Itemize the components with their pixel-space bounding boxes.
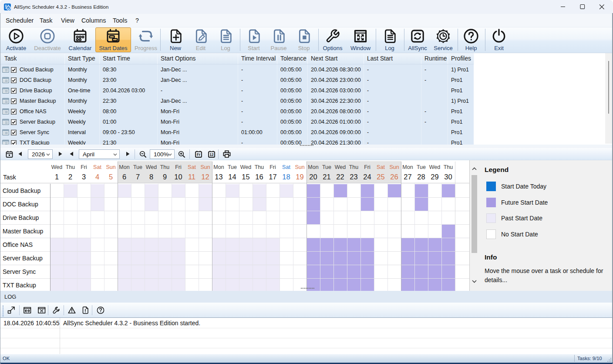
svg-text:Wed: Wed: [335, 164, 346, 170]
svg-text:Fri: Fri: [81, 164, 87, 170]
svg-text:Thu: Thu: [444, 164, 453, 170]
svg-text:Sun: Sun: [389, 164, 399, 170]
svg-text:6: 6: [122, 173, 126, 181]
svg-text:Tue: Tue: [228, 164, 237, 170]
svg-text:7: 7: [136, 173, 140, 181]
svg-text:Master Backup: Master Backup: [3, 228, 44, 235]
svg-text:29: 29: [431, 173, 438, 181]
svg-text:13: 13: [215, 173, 222, 181]
svg-text:Thu: Thu: [255, 164, 264, 170]
svg-text:Thu: Thu: [349, 164, 359, 170]
svg-text:12: 12: [209, 152, 214, 157]
svg-text:12: 12: [201, 173, 209, 181]
svg-text:15: 15: [242, 173, 249, 181]
svg-text:Office NAS: Office NAS: [3, 241, 33, 248]
svg-text:14: 14: [228, 173, 236, 181]
svg-text:Mon: Mon: [213, 164, 224, 170]
svg-text:Drive Backup: Drive Backup: [3, 214, 39, 221]
svg-text:Task: Task: [3, 174, 17, 181]
svg-text:Mon: Mon: [119, 164, 129, 170]
svg-text:5: 5: [109, 173, 113, 181]
svg-text:Wed: Wed: [429, 164, 441, 170]
svg-text:Tue: Tue: [417, 164, 426, 170]
svg-text:4: 4: [95, 173, 99, 181]
svg-text:Mon: Mon: [402, 164, 413, 170]
svg-text:Thu: Thu: [160, 164, 170, 170]
svg-text:Sat: Sat: [188, 164, 196, 170]
svg-text:Sun: Sun: [106, 164, 115, 170]
svg-text:18: 18: [282, 173, 290, 181]
svg-text:30: 30: [444, 173, 452, 181]
svg-text:Fri: Fri: [269, 164, 276, 170]
svg-text:21: 21: [323, 173, 330, 181]
svg-text:28: 28: [417, 173, 425, 181]
svg-text:Sun: Sun: [200, 164, 210, 170]
svg-text:Server Sync: Server Sync: [3, 268, 36, 275]
svg-text:Fri: Fri: [175, 164, 182, 170]
svg-text:Wed: Wed: [240, 164, 252, 170]
svg-text:10: 10: [174, 173, 182, 181]
svg-text:Wed: Wed: [51, 164, 63, 170]
svg-text:Sun: Sun: [295, 164, 304, 170]
svg-text:3: 3: [82, 173, 86, 181]
svg-text:24: 24: [363, 173, 371, 181]
svg-text:27: 27: [404, 173, 411, 181]
svg-text:25: 25: [377, 173, 384, 181]
svg-text:11: 11: [188, 173, 195, 181]
svg-text:19: 19: [296, 173, 303, 181]
svg-text:Sat: Sat: [282, 164, 290, 170]
svg-text:Mon: Mon: [308, 164, 318, 170]
svg-text:Tue: Tue: [322, 164, 331, 170]
svg-text:TXT Backup: TXT Backup: [3, 282, 36, 289]
svg-text:Server Backup: Server Backup: [3, 255, 43, 262]
svg-text:Sat: Sat: [377, 164, 385, 170]
svg-text:Fri: Fri: [364, 164, 370, 170]
svg-text:Sat: Sat: [93, 164, 101, 170]
svg-text:Wed: Wed: [146, 164, 157, 170]
svg-text:DOC Backup: DOC Backup: [3, 201, 38, 208]
svg-text:Tue: Tue: [133, 164, 142, 170]
svg-text:16: 16: [255, 173, 263, 181]
svg-text:1: 1: [55, 173, 59, 181]
svg-text:8: 8: [149, 173, 153, 181]
svg-text:22: 22: [336, 173, 344, 181]
svg-text:Cloud Backup: Cloud Backup: [3, 187, 40, 194]
svg-text:17: 17: [269, 173, 276, 181]
svg-text:23: 23: [350, 173, 357, 181]
svg-text:20: 20: [309, 173, 317, 181]
svg-text:26: 26: [390, 173, 398, 181]
svg-text:Fr: Fr: [197, 152, 201, 157]
svg-text:Thu: Thu: [66, 164, 75, 170]
svg-text:9: 9: [163, 173, 167, 181]
svg-text:2: 2: [68, 173, 72, 181]
